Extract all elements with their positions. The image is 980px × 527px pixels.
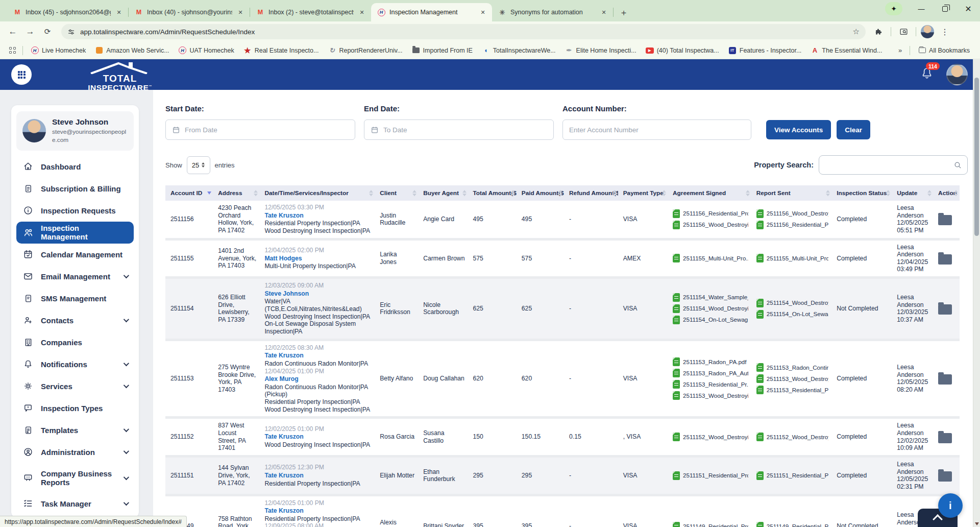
folder-icon[interactable] [938,433,952,443]
column-header-address[interactable]: Address [213,185,259,201]
start-date-field[interactable] [165,119,355,140]
tab[interactable]: HInspection Management✕ [371,3,492,21]
scrollbar-down-arrow-icon[interactable] [975,522,979,525]
column-header-agreement-signed[interactable]: Agreement Signed [668,185,751,201]
inspector-link[interactable]: Tate Kruszon [264,212,372,220]
back-button[interactable]: ← [5,24,20,39]
total-inspectware-logo[interactable]: TOTAL INSPECTWARE™ [87,62,153,91]
bookmark-item[interactable]: ↻ReportRendererUniv... [324,44,406,57]
reload-button[interactable]: ⟳ [40,24,55,39]
minimize-button[interactable]: — [910,0,933,17]
agreement-doc[interactable]: 2511152_Wood_Destroyi... [673,433,748,441]
agreement-doc[interactable]: 2511153_Wood_Destroyi... [673,391,748,400]
browser-ai-sparkle-icon[interactable]: ✦ [885,2,902,15]
sidebar-user-card[interactable]: Steve Johnson steve@yourinspectionpeople… [16,111,134,151]
report-doc[interactable]: 2511153_Wood_Destroyi... [756,374,828,383]
column-header-inspection-status[interactable]: Inspection Status [831,185,892,201]
report-doc[interactable]: 2511153_Radon_Continu... [756,363,828,372]
folder-icon[interactable] [938,374,952,385]
column-header-total-amount[interactable]: Total Amount($) [468,185,517,201]
sidebar-item-subscription-billing[interactable]: Subscription & Billing [16,178,134,200]
agreement-doc[interactable]: 2511154_Wood_Destroyi... [673,304,748,313]
column-header-date-time-services-inspector[interactable]: Date/Time/Services/Inspector [259,185,375,201]
agreement-doc[interactable]: 2511155_Multi-Unit_Pro... [673,254,748,262]
column-header-report-sent[interactable]: Report Sent [751,185,831,201]
all-bookmarks-button[interactable]: All Bookmarks [915,45,974,56]
sidebar-item-email-management[interactable]: Email Management [16,266,134,288]
agreement-doc[interactable]: 2511154_On-Lot_Sewag... [673,316,748,324]
inspector-link[interactable]: Matt Hodges [264,255,372,262]
sidebar-item-dashboard[interactable]: Dashboard [16,156,134,178]
column-header-action[interactable]: Action [933,185,960,201]
report-doc[interactable]: 2511155_Multi-Unit_Pro... [756,254,828,262]
maximize-button[interactable] [933,0,957,17]
agreement-doc[interactable]: 2511151_Residential_Pro... [673,471,748,480]
report-doc[interactable]: 2511153_Residential_Pr... [756,386,828,394]
sidebar-item-templates[interactable]: Templates [16,419,134,441]
inspector-link[interactable]: Tate Kruszon [264,352,372,360]
agreement-doc[interactable]: 2511149_Residential_Pro... [673,522,748,527]
bookmark-item[interactable]: ITFeatures - Inspector... [724,44,806,57]
inspector-link[interactable]: Steve Johnson [264,290,372,298]
page-scrollbar[interactable] [973,59,980,527]
sidebar-item-company-business-reports[interactable]: Company Business Reports [16,463,134,493]
report-doc[interactable]: 2511149_Residential_Pro... [756,522,828,527]
bookmarks-overflow-chevron[interactable]: » [895,46,905,54]
close-button[interactable]: ✕ [957,0,980,17]
new-tab-button[interactable]: ＋ [617,5,631,19]
bookmark-item[interactable]: ✒Elite Home Inspecti... [561,44,641,57]
sidebar-item-services[interactable]: Services [16,375,134,397]
bookmark-item[interactable]: Imported From IE [408,44,477,57]
tab-close-icon[interactable]: ✕ [115,8,123,16]
app-menu-grid-button[interactable] [11,64,32,85]
agreement-doc[interactable]: 2511153_Residential_Pr... [673,380,748,389]
report-doc[interactable]: 2511152_Wood_Destroyi... [756,433,828,441]
report-doc[interactable]: 2511156_Wood_Destroyi... [756,209,828,218]
bookmark-item[interactable]: AThe Essential Wind... [806,44,886,57]
sidebar-item-inspection-requests[interactable]: Inspection Requests [16,200,134,222]
bookmark-item[interactable]: ★Real Estate Inspecto... [239,44,323,57]
inspector-link[interactable]: Tate Kruszon [264,472,372,480]
extensions-puzzle-icon[interactable] [871,24,886,39]
agreement-doc[interactable]: 2511153_Radon_PA.pdf [673,357,748,366]
column-header-paid-amount[interactable]: Paid Amount($) [517,185,564,201]
bookmark-star-icon[interactable]: ☆ [853,27,860,36]
account-number-field[interactable] [562,119,751,140]
tab[interactable]: ✳Synonyms for automation✕ [492,3,613,21]
column-header-account-id[interactable]: Account ID [165,185,213,201]
inspector-link[interactable]: Tate Kruszon [264,433,372,441]
clear-button[interactable]: Clear [837,120,870,139]
column-header-update[interactable]: Update [892,185,933,201]
site-settings-icon[interactable] [67,28,75,36]
tab-close-icon[interactable]: ✕ [236,8,244,16]
inspector-link[interactable]: Tate Kruszon [264,507,372,515]
bookmark-item[interactable]: Amazon Web Servic... [91,44,173,57]
folder-icon[interactable] [938,471,952,482]
column-header-refund-amount[interactable]: Refund Amount($) [564,185,618,201]
end-date-field[interactable] [364,119,554,140]
sidebar-item-inspection-management[interactable]: Inspection Management [16,222,134,244]
bookmark-item[interactable]: ◖TotalInspectwareWe... [478,44,560,57]
tab[interactable]: MInbox (2) - steve@totalinspectw✕ [250,3,371,21]
agreement-doc[interactable]: 2511156_Residential_Pro... [673,209,748,218]
folder-icon[interactable] [938,304,952,315]
folder-icon[interactable] [938,215,952,225]
sidebar-item-task-manager[interactable]: Task Manager [16,493,134,515]
column-header-buyer-agent[interactable]: Buyer Agent [418,185,468,201]
sidebar-item-companies[interactable]: Companies [16,331,134,353]
tab-close-icon[interactable]: ✕ [358,8,366,16]
report-doc[interactable]: 2511151_Residential_Pro... [756,471,828,480]
apps-grid-icon[interactable] [9,47,16,54]
notifications-bell-icon[interactable]: 114 [921,67,933,82]
report-doc[interactable]: 2511154_Wood_Destroyi... [756,299,828,307]
side-panel-search-icon[interactable] [896,24,911,39]
address-bar[interactable]: app.totalinspectware.com/Admin/RequestSc… [61,24,866,39]
sidebar-item-sms-management[interactable]: SMS Management [16,288,134,309]
sidebar-item-notifications[interactable]: Notifications [16,353,134,375]
tab[interactable]: MInbox (40) - sjohnson@yourinsp✕ [129,3,250,21]
browser-menu-kebab-icon[interactable]: ⋮ [937,24,952,39]
property-search-input[interactable] [824,161,953,169]
end-date-input[interactable] [383,126,547,134]
page-size-select[interactable]: 25 [187,156,210,174]
tab-close-icon[interactable]: ✕ [479,8,487,16]
